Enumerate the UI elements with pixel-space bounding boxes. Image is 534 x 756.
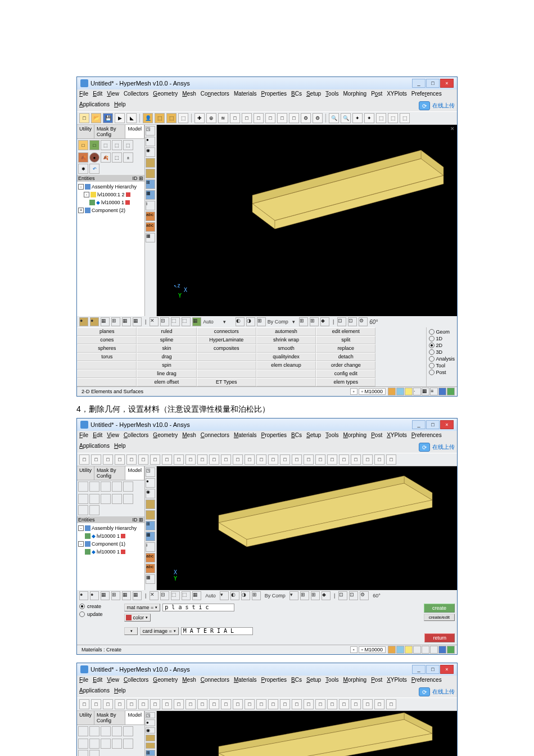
menu-item[interactable]: File xyxy=(79,677,88,683)
tool-icon[interactable]: □ xyxy=(162,454,172,465)
menu-item[interactable]: BCs xyxy=(291,677,302,683)
tool-icon[interactable]: □ xyxy=(150,699,160,709)
tool-icon[interactable]: □ xyxy=(386,454,396,465)
menu-item[interactable]: Collectors xyxy=(124,432,148,438)
menu-item[interactable]: XYPlots xyxy=(387,677,407,683)
tool-icon[interactable]: □ xyxy=(327,699,337,709)
tool-icon[interactable]: □ xyxy=(363,699,373,709)
tool-icon[interactable]: ● xyxy=(146,478,155,488)
tool-icon[interactable]: Auto xyxy=(205,593,216,598)
tool-icon[interactable] xyxy=(123,726,133,736)
tool-icon[interactable]: □ xyxy=(197,454,207,465)
tool-icon[interactable]: ⊟ xyxy=(160,591,169,600)
tool-icon[interactable]: ▦ xyxy=(146,574,155,584)
tool-icon[interactable]: ± xyxy=(123,152,133,163)
tool-icon[interactable]: □ xyxy=(78,140,88,150)
tool-icon[interactable]: □ xyxy=(197,699,207,709)
menu-item[interactable]: Applications xyxy=(79,687,110,696)
tool-icon[interactable]: ● xyxy=(90,317,99,326)
grid-button[interactable]: smooth xyxy=(256,344,316,353)
menu-item[interactable]: Geometry xyxy=(153,677,178,683)
tool-icon[interactable]: ⊡ xyxy=(348,317,357,326)
menu-item[interactable]: Setup xyxy=(306,91,321,97)
tool-icon[interactable]: □ xyxy=(292,699,302,709)
person-icon[interactable]: 👤 xyxy=(143,113,153,123)
grid-button[interactable]: ruled xyxy=(137,327,196,336)
tool-icon[interactable] xyxy=(146,735,155,741)
tree-node[interactable]: lvl10000 1 xyxy=(97,548,120,556)
tool-icon[interactable]: ▦ xyxy=(133,317,142,326)
minimize-button[interactable]: _ xyxy=(412,79,426,88)
tool-icon[interactable]: ⬚ xyxy=(112,152,122,163)
menu-item[interactable]: Help xyxy=(114,101,126,110)
tool-icon[interactable]: □ xyxy=(103,454,113,465)
tool-icon[interactable]: □ xyxy=(277,113,287,123)
tool-icon[interactable]: abc xyxy=(146,564,155,573)
tool-icon[interactable]: □ xyxy=(115,699,125,709)
tool-icon[interactable]: abc xyxy=(146,553,155,562)
menu-item[interactable]: Materials xyxy=(234,677,257,683)
tool-icon[interactable]: ▦ xyxy=(122,591,131,600)
tree-node[interactable]: Component (1) xyxy=(92,540,125,548)
tool-icon[interactable]: □ xyxy=(351,454,361,465)
radio-analysis[interactable]: Analysis xyxy=(429,356,455,362)
upload-icon[interactable]: ⟳ xyxy=(419,687,430,696)
radio-update[interactable]: update xyxy=(79,611,103,617)
tool-icon[interactable] xyxy=(112,739,122,749)
tool-icon[interactable] xyxy=(78,750,88,756)
tool-icon[interactable] xyxy=(112,482,122,492)
tool-icon[interactable]: ◳ xyxy=(146,126,155,136)
grid-button[interactable]: order change xyxy=(316,361,375,370)
titlebar[interactable]: Untitled* - HyperMesh v10.0 - Ansys _□× xyxy=(77,418,457,431)
menu-item[interactable]: Connectors xyxy=(201,91,229,97)
tool-icon[interactable] xyxy=(101,494,111,504)
tree-node[interactable]: Assembly Hierarchy xyxy=(92,183,137,191)
tool-icon[interactable] xyxy=(123,494,133,504)
tool-icon[interactable] xyxy=(89,726,99,736)
grid-button[interactable] xyxy=(256,370,316,378)
status-icon[interactable] xyxy=(438,388,446,395)
tool-icon[interactable]: ⊞ xyxy=(146,179,155,189)
menu-item[interactable]: BCs xyxy=(291,91,302,97)
tab-mask[interactable]: Mask By Config xyxy=(94,466,125,480)
radio-post[interactable]: Post xyxy=(429,369,455,376)
tool-icon[interactable]: □ xyxy=(315,454,325,465)
tool-icon[interactable]: ▦ xyxy=(192,317,201,326)
tool-icon[interactable]: ▦ xyxy=(192,591,201,600)
tool-icon[interactable]: ⚙ xyxy=(359,317,368,326)
tool-icon[interactable]: ◉ xyxy=(146,147,155,157)
status-icon[interactable] xyxy=(405,646,413,654)
tool-icon[interactable]: □ xyxy=(138,454,148,465)
tool-icon[interactable]: ⫲ xyxy=(146,542,155,552)
grid-button[interactable]: ET Types xyxy=(197,378,256,386)
tab-utility[interactable]: Utility xyxy=(77,466,94,480)
tool-icon[interactable]: □ xyxy=(209,699,219,709)
tool-icon[interactable]: ⊡ xyxy=(349,591,358,600)
radio-create[interactable]: create xyxy=(79,604,103,609)
tool-icon[interactable] xyxy=(123,482,133,492)
grid-button[interactable]: planes xyxy=(77,327,137,336)
tool-icon[interactable]: □ xyxy=(363,454,373,465)
menu-item[interactable]: XYPlots xyxy=(387,91,407,97)
tree-node[interactable]: Component (2) xyxy=(92,206,125,214)
grid-button[interactable]: spheres xyxy=(77,344,137,353)
menu-item[interactable]: Tools xyxy=(325,91,338,97)
tool-icon[interactable]: □ xyxy=(339,699,349,709)
delete-icon[interactable]: ✕ xyxy=(150,317,159,326)
tab-model[interactable]: Model xyxy=(125,711,144,724)
tool-icon[interactable]: ⬚ xyxy=(388,113,398,123)
tab-utility[interactable]: Utility xyxy=(77,125,94,138)
tool-icon[interactable]: □ xyxy=(91,454,101,465)
close-button[interactable]: × xyxy=(440,420,454,429)
grid-button[interactable]: line drag xyxy=(137,370,196,378)
grid-button[interactable]: edit element xyxy=(316,327,375,336)
tool-icon[interactable]: □ xyxy=(185,699,196,709)
menu-item[interactable]: Properties xyxy=(261,677,287,683)
tool-icon[interactable]: | xyxy=(334,593,335,598)
tool-icon[interactable]: ⬚ xyxy=(101,140,111,150)
cardimage-dropdown[interactable]: card image = xyxy=(140,627,179,635)
menu-item[interactable]: Materials xyxy=(234,91,257,97)
grid-button[interactable]: config edit xyxy=(316,370,375,378)
status-icon[interactable] xyxy=(396,388,404,395)
grid-button[interactable]: qualityindex xyxy=(256,353,316,361)
